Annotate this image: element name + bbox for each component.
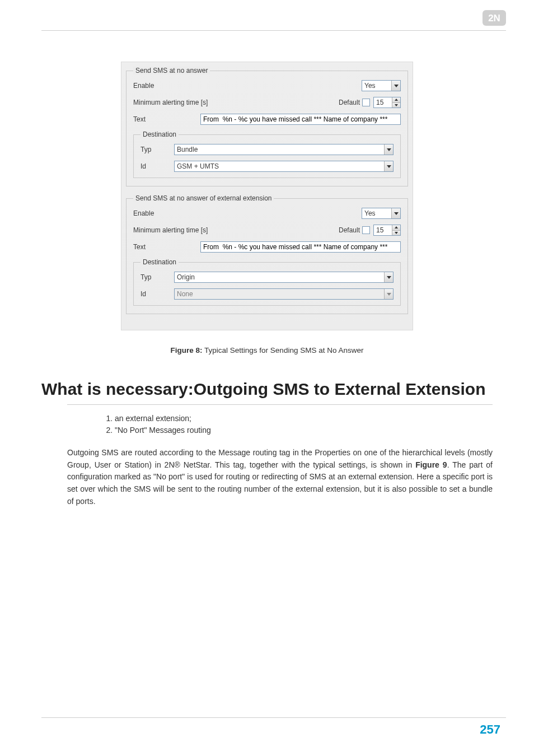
chevron-down-icon	[391, 208, 400, 218]
id-label-2: Id	[140, 290, 174, 298]
enable-value-2: Yes	[364, 209, 376, 217]
id-value: GSM + UMTS	[177, 162, 219, 170]
group-send-sms-no-answer: Send SMS at no answer Enable Yes Minimum…	[126, 67, 408, 186]
list-item: "No Port" Messages routing	[115, 424, 534, 437]
default-label-2: Default	[339, 226, 360, 234]
chevron-down-icon	[384, 144, 393, 155]
chevron-down-icon	[384, 289, 393, 299]
default-checkbox[interactable]	[362, 99, 370, 106]
requirements-list: an external extension; "No Port" Message…	[115, 413, 534, 437]
enable-value: Yes	[364, 82, 376, 90]
section-heading: What is necessary:Outgoing SMS to Extern…	[41, 378, 493, 401]
para-figure-ref: Figure 9	[415, 460, 447, 469]
figure-label: Figure 8:	[171, 346, 203, 354]
chevron-down-icon	[384, 272, 393, 282]
header-rule	[41, 30, 506, 31]
body-paragraph: Outgoing SMS are routed according to the…	[67, 447, 493, 507]
group1-legend: Send SMS at no answer	[133, 67, 210, 74]
destination-group-2: Destination Typ Origin Id None	[133, 258, 401, 306]
id-value-2: None	[177, 290, 193, 298]
id-select-2-disabled: None	[174, 288, 394, 300]
min-alert-label-2: Minimum alerting time [s]	[133, 226, 228, 234]
figure-text: Typical Settings for Sending SMS at No A…	[203, 346, 364, 354]
group-send-sms-no-answer-ext: Send SMS at no answer of external extens…	[126, 194, 408, 314]
figure-caption: Figure 8: Typical Settings for Sending S…	[0, 346, 534, 354]
spinner-up-icon[interactable]	[392, 225, 400, 231]
list-item: an external extension;	[115, 413, 534, 425]
enable-select[interactable]: Yes	[362, 80, 401, 91]
spinner-down-icon[interactable]	[392, 231, 400, 236]
destination-legend: Destination	[140, 130, 179, 138]
id-label: Id	[140, 162, 174, 170]
brand-logo: 2N	[483, 10, 506, 26]
typ-label: Typ	[140, 146, 174, 153]
id-select[interactable]: GSM + UMTS	[174, 161, 394, 172]
spinner-up-icon[interactable]	[392, 97, 400, 103]
page-number: 257	[480, 722, 500, 737]
typ-label-2: Typ	[140, 273, 174, 281]
svg-text:2N: 2N	[488, 13, 500, 24]
text-input[interactable]	[200, 114, 401, 125]
enable-select-2[interactable]: Yes	[362, 208, 401, 219]
chevron-down-icon	[391, 81, 400, 91]
enable-label: Enable	[133, 82, 200, 90]
default-label: Default	[339, 99, 360, 106]
min-alert-spinner[interactable]: 15	[373, 97, 401, 108]
default-checkbox-2[interactable]	[362, 226, 370, 234]
footer-rule	[41, 717, 506, 718]
settings-panel: Send SMS at no answer Enable Yes Minimum…	[121, 62, 413, 330]
typ-select-2[interactable]: Origin	[174, 272, 394, 283]
destination-group: Destination Typ Bundle Id GSM + UMTS	[133, 130, 401, 178]
typ-value-2: Origin	[177, 273, 195, 281]
text-label: Text	[133, 115, 200, 123]
enable-label-2: Enable	[133, 209, 200, 217]
text-label-2: Text	[133, 243, 200, 251]
chevron-down-icon	[384, 161, 393, 171]
destination-legend-2: Destination	[140, 258, 179, 266]
min-alert-value-2: 15	[374, 225, 392, 235]
min-alert-label: Minimum alerting time [s]	[133, 99, 228, 106]
group2-legend: Send SMS at no answer of external extens…	[133, 194, 274, 202]
text-input-2[interactable]	[200, 241, 401, 253]
heading-rule	[67, 404, 493, 405]
spinner-down-icon[interactable]	[392, 103, 400, 108]
min-alert-spinner-2[interactable]: 15	[373, 225, 401, 236]
typ-value: Bundle	[177, 146, 198, 153]
min-alert-value: 15	[374, 97, 392, 108]
typ-select[interactable]: Bundle	[174, 144, 394, 155]
